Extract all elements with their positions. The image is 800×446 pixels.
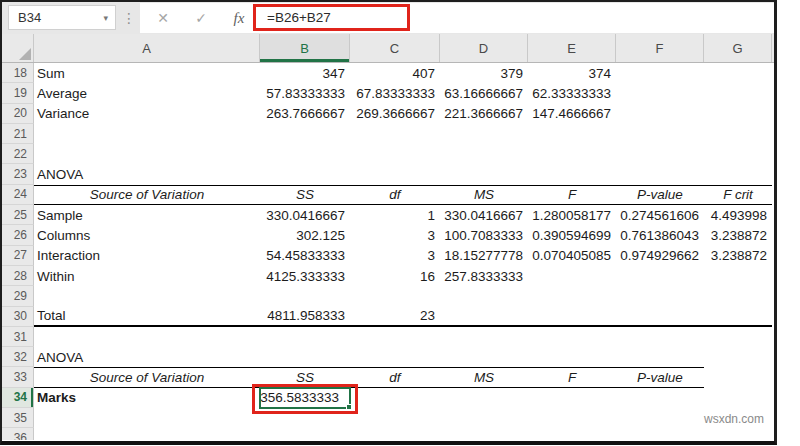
cell-B31[interactable] [260, 327, 350, 347]
cell-G30[interactable] [704, 307, 772, 327]
column-header-A[interactable]: A [34, 34, 260, 62]
cell-E22[interactable] [528, 144, 616, 164]
cell-G25[interactable]: 4.493998 [704, 205, 772, 225]
cell-G18[interactable] [704, 63, 772, 83]
cell-E35[interactable] [528, 408, 616, 428]
row-header-27[interactable]: 27 [2, 246, 34, 266]
cell-E33[interactable]: F [528, 367, 616, 387]
cell-G28[interactable] [704, 266, 772, 286]
insert-function-icon[interactable]: fx [224, 3, 254, 33]
cell-C28[interactable]: 16 [350, 266, 440, 286]
cell-B25[interactable]: 330.0416667 [260, 205, 350, 225]
column-header-F[interactable]: F [616, 34, 704, 62]
cell-E32[interactable] [528, 347, 616, 367]
cell-A34[interactable]: Marks [34, 388, 260, 408]
cell-C30[interactable]: 23 [350, 307, 440, 327]
cell-F34[interactable] [616, 388, 704, 408]
cell-E29[interactable] [528, 286, 616, 306]
cell-E36[interactable] [528, 428, 616, 440]
row-header-24[interactable]: 24 [2, 185, 34, 205]
cell-G36[interactable] [704, 428, 772, 440]
cell-E26[interactable]: 0.390594699 [528, 225, 616, 245]
row-header-31[interactable]: 31 [2, 327, 34, 347]
cell-C18[interactable]: 407 [350, 63, 440, 83]
row-header-23[interactable]: 23 [2, 164, 34, 184]
cell-F33[interactable]: P-value [616, 367, 704, 387]
cell-F31[interactable] [616, 327, 704, 347]
cell-G34[interactable] [704, 388, 772, 408]
cell-D34[interactable] [440, 388, 528, 408]
cell-E24[interactable]: F [528, 185, 616, 205]
row-header-34[interactable]: 34 [2, 388, 34, 408]
cell-C34[interactable] [350, 388, 440, 408]
cell-B19[interactable]: 57.83333333 [260, 83, 350, 103]
cell-E30[interactable] [528, 307, 616, 327]
cell-G20[interactable] [704, 104, 772, 124]
cell-C22[interactable] [350, 144, 440, 164]
cell-F23[interactable] [616, 164, 704, 184]
cell-C32[interactable] [350, 347, 440, 367]
cell-E18[interactable]: 374 [528, 63, 616, 83]
cell-E19[interactable]: 62.33333333 [528, 83, 616, 103]
row-header-32[interactable]: 32 [2, 347, 34, 367]
cell-G24[interactable]: F crit [704, 185, 772, 205]
cell-C33[interactable]: df [350, 367, 440, 387]
cell-D25[interactable]: 330.0416667 [440, 205, 528, 225]
cell-E23[interactable] [528, 164, 616, 184]
row-header-20[interactable]: 20 [2, 104, 34, 124]
column-header-D[interactable]: D [440, 34, 528, 62]
cell-G27[interactable]: 3.238872 [704, 246, 772, 266]
cell-D18[interactable]: 379 [440, 63, 528, 83]
cell-B33[interactable]: SS [260, 367, 350, 387]
cell-B24[interactable]: SS [260, 185, 350, 205]
cell-B35[interactable] [260, 408, 350, 428]
cell-G19[interactable] [704, 83, 772, 103]
cell-A26[interactable]: Columns [34, 225, 260, 245]
column-header-E[interactable]: E [528, 34, 616, 62]
cell-B27[interactable]: 54.45833333 [260, 246, 350, 266]
cell-B30[interactable]: 4811.958333 [260, 307, 350, 327]
cancel-icon[interactable]: ✕ [148, 3, 178, 33]
cell-D27[interactable]: 18.15277778 [440, 246, 528, 266]
cell-A21[interactable] [34, 124, 260, 144]
cell-D20[interactable]: 221.3666667 [440, 104, 528, 124]
name-box[interactable]: B34 ▾ [8, 5, 116, 30]
cell-E34[interactable] [528, 388, 616, 408]
cell-D36[interactable] [440, 428, 528, 440]
cell-D19[interactable]: 63.16666667 [440, 83, 528, 103]
cell-F36[interactable] [616, 428, 704, 440]
cell-C36[interactable] [350, 428, 440, 440]
column-header-B[interactable]: B [260, 34, 350, 62]
cell-E27[interactable]: 0.070405085 [528, 246, 616, 266]
cell-F20[interactable] [616, 104, 704, 124]
cell-G32[interactable] [704, 347, 772, 367]
cell-D23[interactable] [440, 164, 528, 184]
select-all-corner[interactable] [2, 34, 34, 62]
cell-E25[interactable]: 1.280058177 [528, 205, 616, 225]
cell-F24[interactable]: P-value [616, 185, 704, 205]
cell-A30[interactable]: Total [34, 307, 260, 327]
cell-F19[interactable] [616, 83, 704, 103]
cell-G21[interactable] [704, 124, 772, 144]
cell-B26[interactable]: 302.125 [260, 225, 350, 245]
column-header-G[interactable]: G [704, 34, 772, 62]
cell-D31[interactable] [440, 327, 528, 347]
cell-C20[interactable]: 269.3666667 [350, 104, 440, 124]
cell-A35[interactable] [34, 408, 260, 428]
row-header-21[interactable]: 21 [2, 124, 34, 144]
cell-E31[interactable] [528, 327, 616, 347]
cell-F18[interactable] [616, 63, 704, 83]
cell-F26[interactable]: 0.761386043 [616, 225, 704, 245]
cell-A28[interactable]: Within [34, 266, 260, 286]
cell-G33[interactable] [704, 367, 772, 387]
cell-F32[interactable] [616, 347, 704, 367]
cell-G29[interactable] [704, 286, 772, 306]
cell-E20[interactable]: 147.4666667 [528, 104, 616, 124]
cell-D21[interactable] [440, 124, 528, 144]
cell-E28[interactable] [528, 266, 616, 286]
cell-A20[interactable]: Variance [34, 104, 260, 124]
cell-A31[interactable] [34, 327, 260, 347]
cell-F25[interactable]: 0.274561606 [616, 205, 704, 225]
formula-input[interactable]: =B26+B27 [256, 10, 331, 25]
cell-F35[interactable] [616, 408, 704, 428]
